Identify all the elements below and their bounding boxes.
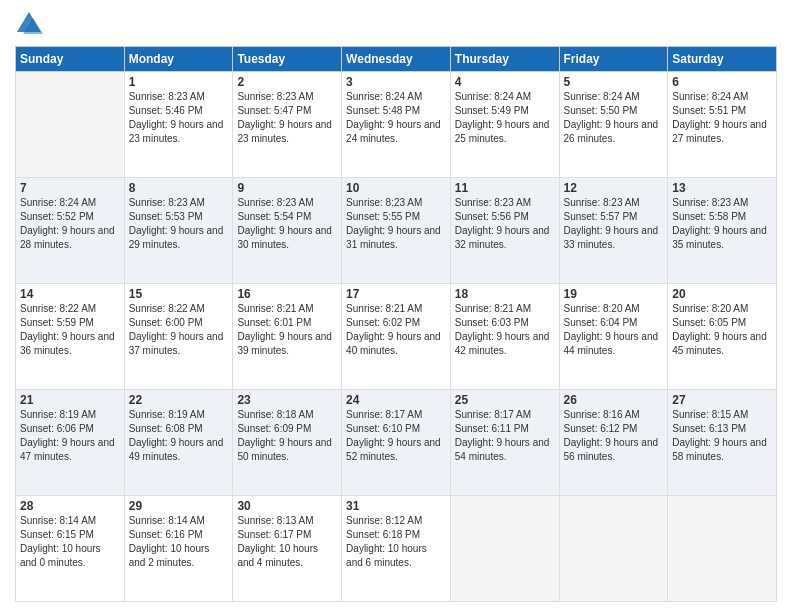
weekday-sunday: Sunday bbox=[16, 47, 125, 72]
day-info: Sunrise: 8:23 AMSunset: 5:53 PMDaylight:… bbox=[129, 196, 229, 252]
day-number: 20 bbox=[672, 287, 772, 301]
day-info: Sunrise: 8:20 AMSunset: 6:04 PMDaylight:… bbox=[564, 302, 664, 358]
day-number: 24 bbox=[346, 393, 446, 407]
calendar-cell: 26Sunrise: 8:16 AMSunset: 6:12 PMDayligh… bbox=[559, 390, 668, 496]
day-info: Sunrise: 8:21 AMSunset: 6:02 PMDaylight:… bbox=[346, 302, 446, 358]
day-info: Sunrise: 8:16 AMSunset: 6:12 PMDaylight:… bbox=[564, 408, 664, 464]
calendar-cell: 8Sunrise: 8:23 AMSunset: 5:53 PMDaylight… bbox=[124, 178, 233, 284]
day-number: 21 bbox=[20, 393, 120, 407]
calendar-cell: 24Sunrise: 8:17 AMSunset: 6:10 PMDayligh… bbox=[342, 390, 451, 496]
calendar-cell: 27Sunrise: 8:15 AMSunset: 6:13 PMDayligh… bbox=[668, 390, 777, 496]
day-number: 11 bbox=[455, 181, 555, 195]
day-info: Sunrise: 8:21 AMSunset: 6:03 PMDaylight:… bbox=[455, 302, 555, 358]
calendar-cell: 20Sunrise: 8:20 AMSunset: 6:05 PMDayligh… bbox=[668, 284, 777, 390]
day-info: Sunrise: 8:14 AMSunset: 6:16 PMDaylight:… bbox=[129, 514, 229, 570]
calendar-cell: 21Sunrise: 8:19 AMSunset: 6:06 PMDayligh… bbox=[16, 390, 125, 496]
day-number: 7 bbox=[20, 181, 120, 195]
calendar-cell: 4Sunrise: 8:24 AMSunset: 5:49 PMDaylight… bbox=[450, 72, 559, 178]
calendar-cell: 23Sunrise: 8:18 AMSunset: 6:09 PMDayligh… bbox=[233, 390, 342, 496]
calendar-cell: 16Sunrise: 8:21 AMSunset: 6:01 PMDayligh… bbox=[233, 284, 342, 390]
day-info: Sunrise: 8:15 AMSunset: 6:13 PMDaylight:… bbox=[672, 408, 772, 464]
day-number: 22 bbox=[129, 393, 229, 407]
day-info: Sunrise: 8:22 AMSunset: 5:59 PMDaylight:… bbox=[20, 302, 120, 358]
day-number: 5 bbox=[564, 75, 664, 89]
day-info: Sunrise: 8:24 AMSunset: 5:49 PMDaylight:… bbox=[455, 90, 555, 146]
day-number: 31 bbox=[346, 499, 446, 513]
calendar-cell: 6Sunrise: 8:24 AMSunset: 5:51 PMDaylight… bbox=[668, 72, 777, 178]
weekday-wednesday: Wednesday bbox=[342, 47, 451, 72]
day-info: Sunrise: 8:24 AMSunset: 5:48 PMDaylight:… bbox=[346, 90, 446, 146]
day-number: 17 bbox=[346, 287, 446, 301]
day-number: 12 bbox=[564, 181, 664, 195]
calendar-cell: 7Sunrise: 8:24 AMSunset: 5:52 PMDaylight… bbox=[16, 178, 125, 284]
calendar-cell: 9Sunrise: 8:23 AMSunset: 5:54 PMDaylight… bbox=[233, 178, 342, 284]
day-number: 28 bbox=[20, 499, 120, 513]
page: SundayMondayTuesdayWednesdayThursdayFrid… bbox=[0, 0, 792, 612]
calendar-cell: 17Sunrise: 8:21 AMSunset: 6:02 PMDayligh… bbox=[342, 284, 451, 390]
day-number: 30 bbox=[237, 499, 337, 513]
logo-icon bbox=[15, 10, 43, 38]
calendar-cell: 5Sunrise: 8:24 AMSunset: 5:50 PMDaylight… bbox=[559, 72, 668, 178]
calendar-cell: 31Sunrise: 8:12 AMSunset: 6:18 PMDayligh… bbox=[342, 496, 451, 602]
weekday-saturday: Saturday bbox=[668, 47, 777, 72]
calendar-cell: 14Sunrise: 8:22 AMSunset: 5:59 PMDayligh… bbox=[16, 284, 125, 390]
day-number: 8 bbox=[129, 181, 229, 195]
calendar-cell: 22Sunrise: 8:19 AMSunset: 6:08 PMDayligh… bbox=[124, 390, 233, 496]
calendar-week-row: 28Sunrise: 8:14 AMSunset: 6:15 PMDayligh… bbox=[16, 496, 777, 602]
day-info: Sunrise: 8:14 AMSunset: 6:15 PMDaylight:… bbox=[20, 514, 120, 570]
calendar-table: SundayMondayTuesdayWednesdayThursdayFrid… bbox=[15, 46, 777, 602]
day-info: Sunrise: 8:23 AMSunset: 5:54 PMDaylight:… bbox=[237, 196, 337, 252]
calendar-cell: 10Sunrise: 8:23 AMSunset: 5:55 PMDayligh… bbox=[342, 178, 451, 284]
weekday-header-row: SundayMondayTuesdayWednesdayThursdayFrid… bbox=[16, 47, 777, 72]
weekday-thursday: Thursday bbox=[450, 47, 559, 72]
day-number: 14 bbox=[20, 287, 120, 301]
day-info: Sunrise: 8:24 AMSunset: 5:51 PMDaylight:… bbox=[672, 90, 772, 146]
day-info: Sunrise: 8:23 AMSunset: 5:56 PMDaylight:… bbox=[455, 196, 555, 252]
day-info: Sunrise: 8:19 AMSunset: 6:08 PMDaylight:… bbox=[129, 408, 229, 464]
day-number: 26 bbox=[564, 393, 664, 407]
calendar-cell: 13Sunrise: 8:23 AMSunset: 5:58 PMDayligh… bbox=[668, 178, 777, 284]
day-info: Sunrise: 8:23 AMSunset: 5:55 PMDaylight:… bbox=[346, 196, 446, 252]
calendar-cell: 25Sunrise: 8:17 AMSunset: 6:11 PMDayligh… bbox=[450, 390, 559, 496]
calendar-cell: 15Sunrise: 8:22 AMSunset: 6:00 PMDayligh… bbox=[124, 284, 233, 390]
day-info: Sunrise: 8:24 AMSunset: 5:50 PMDaylight:… bbox=[564, 90, 664, 146]
day-info: Sunrise: 8:23 AMSunset: 5:47 PMDaylight:… bbox=[237, 90, 337, 146]
day-info: Sunrise: 8:12 AMSunset: 6:18 PMDaylight:… bbox=[346, 514, 446, 570]
day-number: 15 bbox=[129, 287, 229, 301]
day-info: Sunrise: 8:21 AMSunset: 6:01 PMDaylight:… bbox=[237, 302, 337, 358]
calendar-cell bbox=[16, 72, 125, 178]
calendar-week-row: 21Sunrise: 8:19 AMSunset: 6:06 PMDayligh… bbox=[16, 390, 777, 496]
day-info: Sunrise: 8:20 AMSunset: 6:05 PMDaylight:… bbox=[672, 302, 772, 358]
day-info: Sunrise: 8:13 AMSunset: 6:17 PMDaylight:… bbox=[237, 514, 337, 570]
calendar-cell: 1Sunrise: 8:23 AMSunset: 5:46 PMDaylight… bbox=[124, 72, 233, 178]
day-number: 16 bbox=[237, 287, 337, 301]
day-number: 25 bbox=[455, 393, 555, 407]
day-info: Sunrise: 8:23 AMSunset: 5:58 PMDaylight:… bbox=[672, 196, 772, 252]
day-number: 6 bbox=[672, 75, 772, 89]
day-number: 29 bbox=[129, 499, 229, 513]
weekday-friday: Friday bbox=[559, 47, 668, 72]
calendar-cell: 12Sunrise: 8:23 AMSunset: 5:57 PMDayligh… bbox=[559, 178, 668, 284]
day-info: Sunrise: 8:24 AMSunset: 5:52 PMDaylight:… bbox=[20, 196, 120, 252]
calendar-cell bbox=[559, 496, 668, 602]
day-info: Sunrise: 8:22 AMSunset: 6:00 PMDaylight:… bbox=[129, 302, 229, 358]
weekday-monday: Monday bbox=[124, 47, 233, 72]
day-number: 1 bbox=[129, 75, 229, 89]
day-number: 2 bbox=[237, 75, 337, 89]
logo bbox=[15, 10, 47, 38]
calendar-week-row: 7Sunrise: 8:24 AMSunset: 5:52 PMDaylight… bbox=[16, 178, 777, 284]
calendar-cell: 11Sunrise: 8:23 AMSunset: 5:56 PMDayligh… bbox=[450, 178, 559, 284]
calendar-cell bbox=[668, 496, 777, 602]
day-number: 23 bbox=[237, 393, 337, 407]
day-number: 13 bbox=[672, 181, 772, 195]
day-number: 3 bbox=[346, 75, 446, 89]
day-info: Sunrise: 8:17 AMSunset: 6:10 PMDaylight:… bbox=[346, 408, 446, 464]
calendar-cell: 3Sunrise: 8:24 AMSunset: 5:48 PMDaylight… bbox=[342, 72, 451, 178]
calendar-cell: 19Sunrise: 8:20 AMSunset: 6:04 PMDayligh… bbox=[559, 284, 668, 390]
calendar-cell: 2Sunrise: 8:23 AMSunset: 5:47 PMDaylight… bbox=[233, 72, 342, 178]
calendar-cell: 29Sunrise: 8:14 AMSunset: 6:16 PMDayligh… bbox=[124, 496, 233, 602]
calendar-week-row: 1Sunrise: 8:23 AMSunset: 5:46 PMDaylight… bbox=[16, 72, 777, 178]
day-info: Sunrise: 8:19 AMSunset: 6:06 PMDaylight:… bbox=[20, 408, 120, 464]
day-info: Sunrise: 8:23 AMSunset: 5:46 PMDaylight:… bbox=[129, 90, 229, 146]
calendar-cell bbox=[450, 496, 559, 602]
